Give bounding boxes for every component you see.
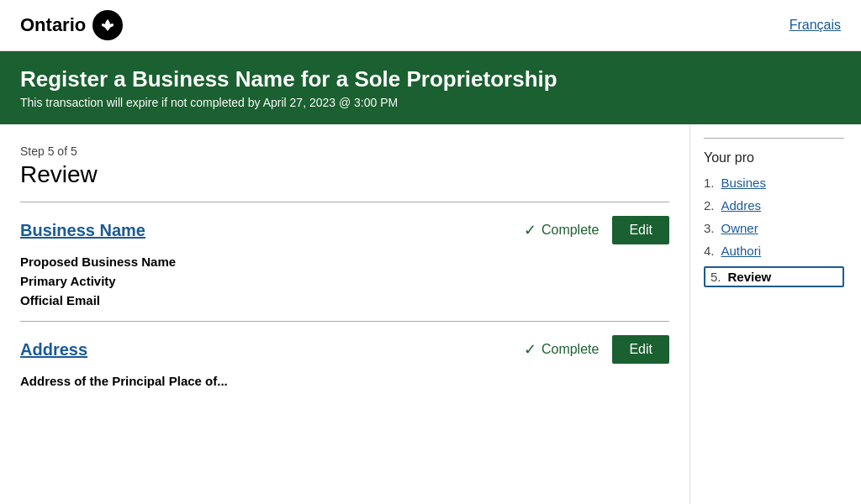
section-divider-top <box>20 202 669 202</box>
field-official-email: Official Email <box>20 293 669 307</box>
trillium-icon <box>92 10 123 40</box>
address-fields: Address of the Principal Place of... <box>20 374 669 388</box>
checkmark-icon-2: ✓ <box>524 340 536 359</box>
ontario-wordmark: Ontario <box>20 14 86 36</box>
banner-title: Register a Business Name for a Sole Prop… <box>20 66 841 92</box>
top-header: Ontario Français <box>0 0 861 51</box>
main-layout: Step 5 of 5 Review Business Name ✓ Compl… <box>0 124 861 504</box>
field-address-principal: Address of the Principal Place of... <box>20 374 669 388</box>
sidebar-item-2[interactable]: 2. Addres <box>704 198 844 213</box>
business-name-status: ✓ Complete Edit <box>524 216 669 244</box>
business-name-complete-badge: ✓ Complete <box>524 221 599 239</box>
sidebar-item-3-num: 3. <box>704 221 715 235</box>
sidebar-item-4-link[interactable]: Authori <box>721 244 762 258</box>
sidebar-item-2-num: 2. <box>704 198 715 213</box>
business-name-header: Business Name ✓ Complete Edit <box>20 216 669 244</box>
address-link[interactable]: Address <box>20 340 87 360</box>
main-content: Step 5 of 5 Review Business Name ✓ Compl… <box>0 124 689 504</box>
section-divider-middle <box>20 321 669 322</box>
sidebar-item-2-link[interactable]: Addres <box>721 198 762 213</box>
sidebar-item-5-num: 5. <box>710 270 721 284</box>
step-indicator: Step 5 of 5 <box>20 144 669 158</box>
banner-subtitle: This transaction will expire if not comp… <box>20 96 841 109</box>
sidebar-item-1-link[interactable]: Busines <box>721 176 766 190</box>
sidebar-item-5-link[interactable]: Review <box>728 270 772 284</box>
business-name-edit-button[interactable]: Edit <box>612 216 669 244</box>
francais-link[interactable]: Français <box>790 18 841 33</box>
address-complete-text: Complete <box>541 342 599 357</box>
sidebar: Your pro 1. Busines 2. Addres 3. Owner 4… <box>689 124 858 504</box>
sidebar-item-3-link[interactable]: Owner <box>721 221 758 235</box>
address-status: ✓ Complete Edit <box>524 335 669 364</box>
business-name-fields: Proposed Business Name Primary Activity … <box>20 255 669 307</box>
ontario-logo: Ontario <box>20 10 123 40</box>
sidebar-list: 1. Busines 2. Addres 3. Owner 4. Authori… <box>704 176 844 287</box>
sidebar-item-1[interactable]: 1. Busines <box>704 176 844 190</box>
step-title: Review <box>20 161 669 188</box>
field-primary-activity: Primary Activity <box>20 274 669 288</box>
sidebar-title: Your pro <box>704 150 844 165</box>
sidebar-item-4[interactable]: 4. Authori <box>704 244 844 258</box>
checkmark-icon: ✓ <box>524 221 536 239</box>
address-edit-button[interactable]: Edit <box>612 335 669 364</box>
business-name-link[interactable]: Business Name <box>20 221 145 240</box>
sidebar-item-4-num: 4. <box>704 244 715 258</box>
sidebar-item-3[interactable]: 3. Owner <box>704 221 844 235</box>
sidebar-item-5-active[interactable]: 5. Review <box>704 266 844 287</box>
address-complete-badge: ✓ Complete <box>524 340 599 359</box>
banner: Register a Business Name for a Sole Prop… <box>0 51 861 124</box>
sidebar-divider <box>704 138 844 139</box>
field-proposed-business-name: Proposed Business Name <box>20 255 669 269</box>
sidebar-item-1-num: 1. <box>704 176 715 190</box>
business-name-section: Business Name ✓ Complete Edit Proposed B… <box>20 216 669 307</box>
address-header: Address ✓ Complete Edit <box>20 335 669 364</box>
address-section: Address ✓ Complete Edit Address of the P… <box>20 335 669 388</box>
business-name-complete-text: Complete <box>541 223 599 238</box>
